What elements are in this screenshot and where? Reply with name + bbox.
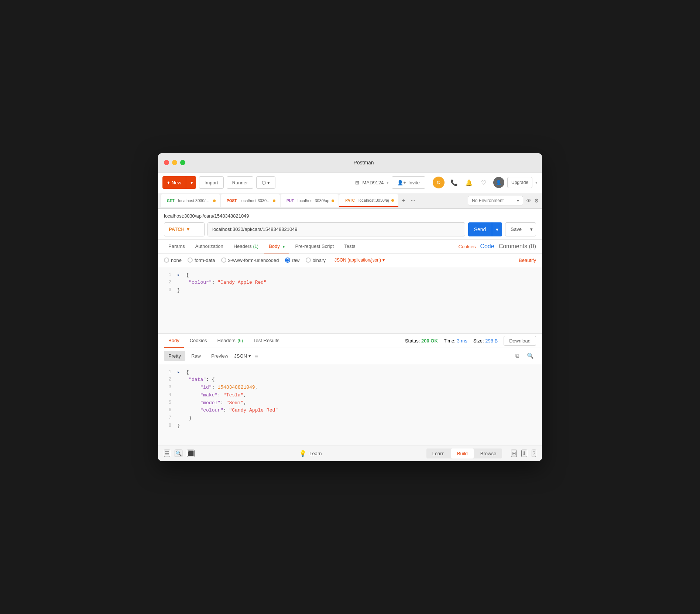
resp-headers-tab[interactable]: Headers (6) bbox=[213, 334, 247, 348]
build-nav-button[interactable]: Build bbox=[451, 448, 474, 458]
beautify-button[interactable]: Beautify bbox=[519, 257, 536, 263]
invite-label: Invite bbox=[408, 180, 420, 185]
import-button[interactable]: Import bbox=[199, 176, 224, 189]
more-tabs-button[interactable]: ··· bbox=[409, 196, 417, 205]
learn-label[interactable]: Learn bbox=[309, 451, 322, 456]
code-link[interactable]: Code bbox=[480, 243, 494, 250]
get-tab-url: localhost:3030/api bbox=[178, 198, 211, 203]
resp-cookies-tab[interactable]: Cookies bbox=[185, 334, 212, 348]
help-icon[interactable]: ? bbox=[532, 450, 536, 457]
send-button[interactable]: Send ▾ bbox=[468, 222, 502, 236]
close-button[interactable] bbox=[164, 160, 169, 165]
method-value: PATCH bbox=[169, 226, 185, 232]
env-dropdown[interactable]: No Environment ▾ bbox=[468, 196, 523, 205]
resp-line-4: 4 "make": "Tesla", bbox=[164, 392, 536, 399]
tab-post[interactable]: POST localhost:3030/ap bbox=[221, 194, 280, 207]
comments-link[interactable]: Comments (0) bbox=[499, 243, 536, 250]
send-arrow[interactable]: ▾ bbox=[492, 222, 502, 236]
response-tabs-bar: Body Cookies Headers (6) Test Results St… bbox=[158, 334, 542, 348]
json-type-selector[interactable]: JSON (application/json) ▾ bbox=[334, 257, 385, 263]
response-body: 1 ▸ { 2 "data": { 3 "id": 1548348821049,… bbox=[158, 364, 542, 446]
learn-nav-button[interactable]: Learn bbox=[426, 448, 450, 458]
lamp-icon: 💡 bbox=[299, 450, 306, 457]
resp-line-2: 2 "data": { bbox=[164, 376, 536, 384]
indent-icon[interactable]: ≡ bbox=[253, 351, 260, 361]
new-button[interactable]: + New ▾ bbox=[162, 176, 196, 189]
maximize-button[interactable] bbox=[180, 160, 185, 165]
save-button[interactable]: Save ▾ bbox=[505, 222, 536, 236]
raw-button[interactable]: Raw bbox=[187, 351, 205, 361]
url-input-row: PATCH ▾ Send ▾ Save ▾ bbox=[164, 222, 536, 236]
url-input[interactable] bbox=[207, 222, 465, 236]
code-statusbar-icon[interactable]: ⬛ bbox=[187, 450, 195, 457]
notification-icon[interactable]: 🔔 bbox=[464, 177, 474, 188]
time-value: 3 ms bbox=[457, 338, 467, 344]
tabs-bar: GET localhost:3030/api POST localhost:30… bbox=[158, 193, 542, 209]
eye-icon[interactable]: 👁 bbox=[526, 198, 531, 204]
patch-tab-dot bbox=[391, 199, 394, 202]
workspace-chevron-icon: ▾ bbox=[387, 180, 389, 185]
size-label: Size: 298 B bbox=[473, 338, 498, 344]
download-button[interactable]: Download bbox=[504, 336, 536, 346]
resp-json-selector[interactable]: JSON ▾ bbox=[234, 353, 251, 359]
headers-label: Headers bbox=[234, 243, 252, 249]
copy-icon[interactable]: ⧉ bbox=[513, 351, 522, 361]
resp-line-6: 6 "colour": "Candy Apple Red" bbox=[164, 407, 536, 415]
env-label: No Environment bbox=[472, 198, 504, 203]
upgrade-button[interactable]: Upgrade bbox=[507, 177, 532, 188]
body-none-option[interactable]: none bbox=[164, 257, 182, 263]
raw-label: raw bbox=[292, 257, 300, 263]
patch-tab-url: localhost:3030/aj bbox=[358, 198, 389, 202]
body-tab[interactable]: Body ● bbox=[264, 240, 289, 253]
params-tab[interactable]: Params bbox=[164, 240, 189, 253]
request-url-bar: localhost:3030/api/cars/1548348821049 PA… bbox=[158, 209, 542, 240]
capture-button[interactable]: ⬡ ▾ bbox=[256, 176, 275, 189]
sidebar-toggle-icon[interactable]: ☰ bbox=[164, 450, 170, 457]
browse-nav-button[interactable]: Browse bbox=[474, 448, 502, 458]
resp-body-tab[interactable]: Body bbox=[164, 334, 184, 348]
resp-test-results-tab[interactable]: Test Results bbox=[249, 334, 284, 348]
save-arrow[interactable]: ▾ bbox=[527, 223, 536, 236]
request-body-editor[interactable]: 1 ▸ { 2 "colour": "Candy Apple Red" 3 } bbox=[158, 267, 542, 334]
pre-request-tab[interactable]: Pre-request Script bbox=[291, 240, 338, 253]
body-raw-option[interactable]: raw bbox=[285, 257, 300, 263]
statusbar: ☰ 🔍 ⬛ 💡 Learn Learn Build Browse ⊞ ⬇ ? bbox=[158, 446, 542, 461]
tab-patch[interactable]: PATC localhost:3030/aj bbox=[339, 194, 398, 207]
tests-tab[interactable]: Tests bbox=[340, 240, 360, 253]
cookies-link[interactable]: Cookies bbox=[458, 244, 476, 249]
download-statusbar-icon[interactable]: ⬇ bbox=[521, 450, 527, 457]
search-statusbar-icon[interactable]: 🔍 bbox=[175, 450, 182, 457]
traffic-lights bbox=[164, 160, 185, 165]
method-select[interactable]: PATCH ▾ bbox=[164, 222, 205, 236]
code-line-2: 2 "colour": "Candy Apple Red" bbox=[164, 279, 536, 287]
body-form-data-option[interactable]: form-data bbox=[188, 257, 215, 263]
authorization-tab[interactable]: Authorization bbox=[191, 240, 228, 253]
settings-icon[interactable]: ⚙ bbox=[534, 198, 539, 204]
preview-button[interactable]: Preview bbox=[207, 351, 233, 361]
post-tab-url: localhost:3030/ap bbox=[240, 198, 271, 203]
search-icon[interactable]: 🔍 bbox=[525, 351, 536, 361]
resp-json-label: JSON bbox=[234, 353, 247, 359]
headers-count: (1) bbox=[253, 244, 258, 249]
pretty-button[interactable]: Pretty bbox=[164, 351, 185, 361]
runner-button[interactable]: Runner bbox=[227, 176, 254, 189]
sync-button[interactable]: ↻ bbox=[433, 177, 445, 188]
upgrade-chevron-icon: ▾ bbox=[535, 180, 538, 185]
minimize-button[interactable] bbox=[172, 160, 177, 165]
body-binary-option[interactable]: binary bbox=[306, 257, 326, 263]
heart-icon[interactable]: ♡ bbox=[478, 177, 489, 188]
invite-button[interactable]: 👤+ Invite bbox=[392, 176, 425, 189]
add-tab-button[interactable]: + bbox=[401, 196, 407, 205]
avatar[interactable]: 👤 bbox=[493, 177, 504, 188]
learn-area: 💡 Learn bbox=[299, 450, 322, 457]
body-urlencoded-option[interactable]: x-www-form-urlencoded bbox=[221, 257, 279, 263]
phone-icon[interactable]: 📞 bbox=[449, 177, 459, 188]
workspace-area[interactable]: ⊞ MAD9124 ▾ bbox=[355, 180, 389, 185]
grid-icon[interactable]: ⊞ bbox=[511, 450, 517, 457]
tab-put[interactable]: PUT localhost:3030/ap bbox=[281, 194, 339, 207]
body-options: none form-data x-www-form-urlencoded raw… bbox=[158, 254, 542, 267]
tab-get[interactable]: GET localhost:3030/api bbox=[161, 194, 220, 207]
resp-body-options: Pretty Raw Preview JSON ▾ ≡ ⧉ 🔍 bbox=[158, 348, 542, 364]
headers-tab[interactable]: Headers (1) bbox=[229, 240, 263, 253]
titlebar: Postman bbox=[158, 153, 542, 173]
